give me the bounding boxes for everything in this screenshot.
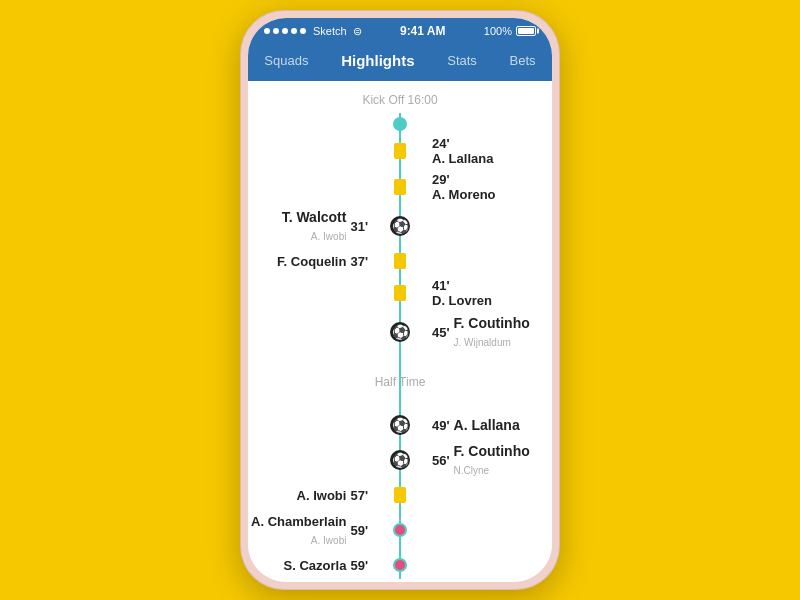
battery-body xyxy=(516,26,536,36)
event-center xyxy=(384,558,416,572)
nav-bar: Squads Highlights Stats Bets xyxy=(248,42,552,81)
event-center: ⚽ xyxy=(384,450,416,470)
event-right: 56' F. Coutinho N.Clyne xyxy=(416,442,552,478)
event-minute: 57' xyxy=(350,488,368,503)
event-row: F. Coquelin 37' xyxy=(248,247,552,275)
signal-dot-5 xyxy=(300,28,306,34)
event-name: A. Lallana xyxy=(454,417,520,433)
event-center xyxy=(384,179,416,195)
event-center xyxy=(384,487,416,503)
event-center: ⚽ xyxy=(384,322,416,342)
event-center: ⚽ xyxy=(384,216,416,236)
event-center xyxy=(384,523,416,537)
battery-icon xyxy=(516,26,536,36)
event-row: 29' A. Moreno xyxy=(248,169,552,205)
event-left: A. Chamberlain A. Iwobi 59' xyxy=(248,512,384,548)
event-right: 29' A. Moreno xyxy=(416,172,552,202)
event-name: F. Coquelin xyxy=(277,254,346,269)
event-minute: 37' xyxy=(350,254,368,269)
status-right: 100% xyxy=(484,25,536,37)
soccer-ball-icon: ⚽ xyxy=(390,450,410,470)
event-row: ⚽ 56' F. Coutinho N.Clyne xyxy=(248,439,552,481)
event-sub: A. Iwobi xyxy=(311,231,347,242)
time-display: 9:41 AM xyxy=(400,24,446,38)
event-row: A. Iwobi 57' xyxy=(248,481,552,509)
event-minute: 49' xyxy=(432,418,450,433)
yellow-card-icon xyxy=(394,487,406,503)
battery-fill xyxy=(518,28,534,34)
substitution-icon xyxy=(393,558,407,572)
event-row: ⚽ 49' A. Lallana xyxy=(248,411,552,439)
yellow-card-icon xyxy=(394,143,406,159)
event-row: 24' A. Lallana xyxy=(248,133,552,169)
event-name: A. Chamberlain xyxy=(251,514,346,529)
soccer-ball-icon: ⚽ xyxy=(390,216,410,236)
half-time-separator-2 xyxy=(399,393,401,411)
event-name: A. Moreno xyxy=(432,187,496,202)
signal-dot-4 xyxy=(291,28,297,34)
yellow-card-icon xyxy=(394,285,406,301)
highlights-content: Kick Off 16:00 24' A. Lallana xyxy=(248,81,552,582)
event-name: S. Cazorla xyxy=(284,558,347,573)
event-right: 41' D. Lovren xyxy=(416,278,552,308)
event-right: 45' F. Coutinho J. Wijnaldum xyxy=(416,314,552,350)
event-center: ⚽ xyxy=(384,415,416,435)
event-sub: A. Iwobi xyxy=(311,535,347,546)
event-minute: 29' xyxy=(432,172,450,187)
wifi-icon: ⊜ xyxy=(353,25,362,38)
event-row: A. Chamberlain A. Iwobi 59' xyxy=(248,509,552,551)
event-row: T. Walcott A. Iwobi 31' ⚽ xyxy=(248,205,552,247)
status-left: Sketch ⊜ xyxy=(264,25,362,38)
event-left: F. Coquelin 37' xyxy=(248,254,384,269)
event-minute: 56' xyxy=(432,453,450,468)
carrier-label: Sketch xyxy=(313,25,347,37)
event-name: T. Walcott xyxy=(282,209,347,225)
nav-highlights[interactable]: Highlights xyxy=(333,50,422,71)
nav-stats[interactable]: Stats xyxy=(439,51,485,70)
event-name: A. Iwobi xyxy=(297,488,347,503)
event-minute: 41' xyxy=(432,278,450,293)
event-name: F. Coutinho xyxy=(454,443,530,459)
event-sub: J. Wijnaldum xyxy=(454,337,511,348)
event-left: T. Walcott A. Iwobi 31' xyxy=(248,208,384,244)
signal-dot-1 xyxy=(264,28,270,34)
event-row: 41' D. Lovren xyxy=(248,275,552,311)
event-center xyxy=(384,285,416,301)
battery-percent: 100% xyxy=(484,25,512,37)
event-name: F. Coutinho xyxy=(454,315,530,331)
kick-off-dot xyxy=(393,117,407,131)
signal-dot-2 xyxy=(273,28,279,34)
event-center xyxy=(384,143,416,159)
event-left: A. Iwobi 57' xyxy=(248,488,384,503)
event-row: ⚽ 45' F. Coutinho J. Wijnaldum xyxy=(248,311,552,353)
event-name: A. Lallana xyxy=(432,151,493,166)
event-sub: N.Clyne xyxy=(454,465,490,476)
half-time-separator xyxy=(399,353,401,371)
event-left: S. Cazorla 59' xyxy=(248,558,384,573)
event-row: S. Cazorla 59' xyxy=(248,551,552,579)
phone-screen: Sketch ⊜ 9:41 AM 100% Squads Highlights … xyxy=(248,18,552,582)
signal-dot-3 xyxy=(282,28,288,34)
soccer-ball-icon: ⚽ xyxy=(390,322,410,342)
soccer-ball-icon: ⚽ xyxy=(390,415,410,435)
event-right: 49' A. Lallana xyxy=(416,417,552,433)
yellow-card-icon xyxy=(394,253,406,269)
yellow-card-icon xyxy=(394,179,406,195)
status-bar: Sketch ⊜ 9:41 AM 100% xyxy=(248,18,552,42)
event-minute: 59' xyxy=(350,523,368,538)
event-minute: 31' xyxy=(350,219,368,234)
timeline: 24' A. Lallana 29' A. Moreno xyxy=(248,113,552,579)
kick-off-label: Kick Off 16:00 xyxy=(248,81,552,113)
event-minute: 59' xyxy=(350,558,368,573)
event-minute: 24' xyxy=(432,136,450,151)
event-center xyxy=(384,253,416,269)
nav-squads[interactable]: Squads xyxy=(256,51,316,70)
substitution-icon xyxy=(393,523,407,537)
phone-frame: Sketch ⊜ 9:41 AM 100% Squads Highlights … xyxy=(240,10,560,590)
nav-bets[interactable]: Bets xyxy=(502,51,544,70)
event-name: D. Lovren xyxy=(432,293,492,308)
event-right: 24' A. Lallana xyxy=(416,136,552,166)
event-minute: 45' xyxy=(432,325,450,340)
